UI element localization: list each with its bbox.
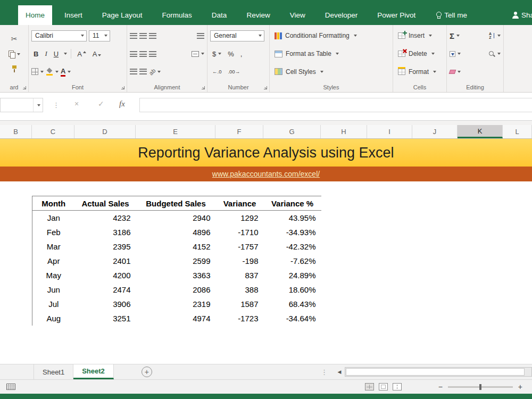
name-box-caret[interactable] <box>33 98 43 112</box>
table-header-budgeted-sales[interactable]: Budgeted Sales <box>136 196 216 211</box>
insert-function-button[interactable]: fx <box>119 99 125 109</box>
format-cells-button[interactable]: Format <box>393 64 446 79</box>
sort-filter-button[interactable]: AZ <box>489 32 501 39</box>
column-header-C[interactable]: C <box>32 125 74 138</box>
ribbon-tab-page-layout[interactable]: Page Layout <box>95 5 150 25</box>
zoom-in-button[interactable]: + <box>517 383 523 391</box>
top-align-button[interactable] <box>130 33 137 39</box>
horizontal-scrollbar[interactable] <box>345 367 532 377</box>
ribbon-tab-formulas[interactable]: Formulas <box>155 5 200 25</box>
accounting-format-button[interactable]: $ <box>210 49 223 59</box>
decrease-font-size-button[interactable]: A <box>90 49 104 59</box>
macro-record-icon[interactable] <box>6 384 15 390</box>
cell[interactable]: -34.64% <box>264 311 321 326</box>
merge-center-button[interactable] <box>192 51 204 57</box>
column-header-D[interactable]: D <box>74 125 136 138</box>
fill-color-button[interactable] <box>46 68 59 76</box>
cut-button[interactable]: ✂ <box>11 35 18 43</box>
cell[interactable]: 4232 <box>75 211 136 225</box>
cell[interactable]: 2395 <box>75 239 136 254</box>
increase-indent-button[interactable] <box>139 69 147 74</box>
number-format-select[interactable]: General <box>210 30 264 41</box>
column-header-H[interactable]: H <box>321 125 367 138</box>
column-header-B[interactable]: B <box>0 125 32 138</box>
ribbon-tab-home[interactable]: Home <box>18 5 52 25</box>
format-painter-button[interactable] <box>11 65 18 73</box>
middle-align-button[interactable] <box>139 33 147 39</box>
cell[interactable]: -42.32% <box>264 239 321 254</box>
cancel-button[interactable]: × <box>74 99 79 108</box>
cell[interactable]: 3186 <box>75 225 136 239</box>
cell[interactable]: Aug <box>32 311 75 326</box>
decrease-indent-button[interactable] <box>130 69 137 74</box>
zoom-out-button[interactable]: − <box>437 383 444 391</box>
normal-view-button[interactable] <box>365 383 374 390</box>
ribbon-tab-power-pivot[interactable]: Power Pivot <box>370 5 423 25</box>
cell[interactable]: 4152 <box>136 239 216 254</box>
cell[interactable]: 2319 <box>136 297 216 311</box>
cell[interactable]: -7.62% <box>264 254 321 268</box>
cell[interactable]: 2401 <box>75 254 136 268</box>
cell[interactable]: 4896 <box>136 225 216 239</box>
cell[interactable]: 43.95% <box>264 211 321 225</box>
cell[interactable]: 24.89% <box>264 268 321 282</box>
cell[interactable]: 3251 <box>75 311 136 326</box>
cell[interactable]: Mar <box>32 239 75 254</box>
cell[interactable]: 2940 <box>136 211 216 225</box>
page-break-view-button[interactable] <box>393 383 402 390</box>
cell[interactable]: 68.43% <box>264 297 321 311</box>
increase-decimal-button[interactable]: ←.0 <box>210 68 223 75</box>
cell[interactable]: 388 <box>216 282 264 297</box>
insert-cells-button[interactable]: Insert <box>393 29 446 43</box>
delete-cells-button[interactable]: Delete <box>393 47 446 61</box>
ribbon-tab-developer[interactable]: Developer <box>318 5 365 25</box>
cell[interactable]: Feb <box>32 225 75 239</box>
table-header-variance[interactable]: Variance <box>216 196 264 211</box>
align-right-button[interactable] <box>149 51 156 57</box>
align-left-button[interactable] <box>130 51 137 57</box>
copy-button[interactable] <box>9 51 20 58</box>
column-header-K[interactable]: K <box>458 125 503 138</box>
comma-style-button[interactable]: , <box>238 49 245 59</box>
cell[interactable]: 3363 <box>136 268 216 282</box>
sheet-tab-sheet1[interactable]: Sheet1 <box>34 364 73 379</box>
tab-splitter-handle[interactable]: ⋮ <box>321 368 328 376</box>
clear-button[interactable] <box>450 70 461 74</box>
cell[interactable]: 2474 <box>75 282 136 297</box>
zoom-slider-handle[interactable] <box>479 384 481 390</box>
italic-button[interactable]: I <box>43 49 49 59</box>
horizontal-scrollbar-thumb[interactable] <box>346 368 525 376</box>
underline-options-caret-icon[interactable] <box>64 53 67 55</box>
cell[interactable]: Jun <box>32 282 75 297</box>
formula-bar-resize-handle[interactable]: ⋮ <box>53 101 60 109</box>
alignment-dialog-launcher[interactable] <box>201 85 206 90</box>
ribbon-tab-view[interactable]: View <box>282 5 313 25</box>
cell[interactable]: -1723 <box>216 311 264 326</box>
enter-button[interactable]: ✓ <box>98 99 104 108</box>
ribbon-tab-review[interactable]: Review <box>239 5 277 25</box>
ribbon-tab-data[interactable]: Data <box>204 5 235 25</box>
zoom-slider[interactable] <box>448 386 513 388</box>
link-banner-cell[interactable]: www.pakaccountants.com/excel/ <box>0 167 532 181</box>
cell[interactable]: -1757 <box>216 239 264 254</box>
bold-button[interactable]: B <box>31 49 40 59</box>
scroll-left-button[interactable]: ◀ <box>334 364 345 379</box>
cell[interactable]: -1710 <box>216 225 264 239</box>
page-layout-view-button[interactable] <box>379 383 388 390</box>
new-sheet-button[interactable]: + <box>142 367 152 377</box>
column-header-J[interactable]: J <box>412 125 458 138</box>
column-header-F[interactable]: F <box>215 125 263 138</box>
name-box[interactable] <box>1 98 33 112</box>
cell[interactable]: 1587 <box>216 297 264 311</box>
increase-font-size-button[interactable]: A <box>75 49 88 59</box>
spreadsheet[interactable]: Reporting Variance Analysis using Excel … <box>0 139 532 364</box>
decrease-decimal-button[interactable]: .00→ <box>226 68 242 75</box>
cell[interactable]: 4974 <box>136 311 216 326</box>
table-header-variance-[interactable]: Variance % <box>264 196 321 211</box>
column-header-I[interactable]: I <box>367 125 412 138</box>
cell[interactable]: Apr <box>32 254 75 268</box>
ribbon-tab-share[interactable]: Share <box>505 5 532 25</box>
conditional-formatting-button[interactable]: Conditional Formatting <box>270 29 393 43</box>
cell[interactable]: 2086 <box>136 282 216 297</box>
percent-style-button[interactable]: % <box>226 49 236 59</box>
